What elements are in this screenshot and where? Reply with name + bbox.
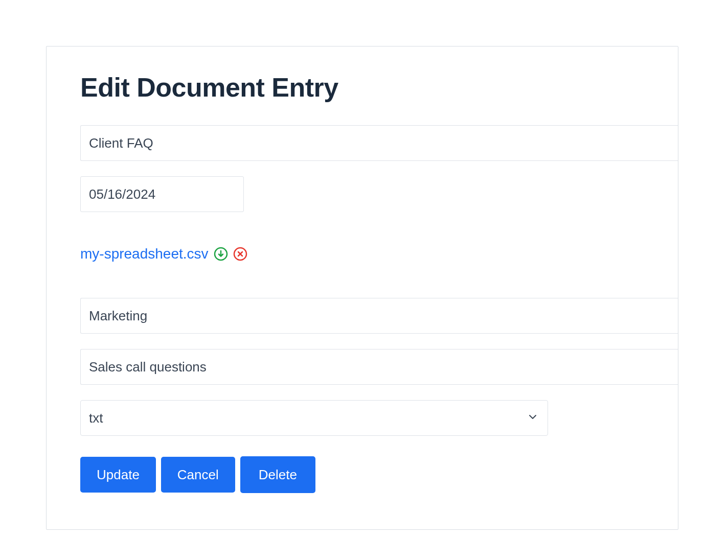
remove-attachment-icon[interactable] bbox=[233, 247, 247, 261]
download-icon[interactable] bbox=[214, 247, 228, 261]
file-type-row: txt bbox=[80, 400, 678, 436]
action-button-row: Update Cancel Delete bbox=[80, 456, 678, 493]
description-input[interactable] bbox=[80, 349, 678, 385]
delete-button[interactable]: Delete bbox=[240, 456, 315, 493]
date-row bbox=[80, 176, 678, 212]
category-row bbox=[80, 298, 678, 334]
cancel-button[interactable]: Cancel bbox=[161, 457, 235, 493]
document-name-row bbox=[80, 125, 678, 161]
attachment-row: my-spreadsheet.csv bbox=[80, 246, 678, 262]
edit-document-panel: Edit Document Entry my-spreadsheet.csv bbox=[46, 46, 678, 530]
attachment-filename-link[interactable]: my-spreadsheet.csv bbox=[80, 246, 209, 262]
category-input[interactable] bbox=[80, 298, 678, 334]
description-row bbox=[80, 349, 678, 385]
file-type-select[interactable]: txt bbox=[80, 400, 548, 436]
date-input[interactable] bbox=[80, 176, 244, 212]
page-title: Edit Document Entry bbox=[80, 72, 678, 103]
document-name-input[interactable] bbox=[80, 125, 678, 161]
update-button[interactable]: Update bbox=[80, 457, 156, 493]
